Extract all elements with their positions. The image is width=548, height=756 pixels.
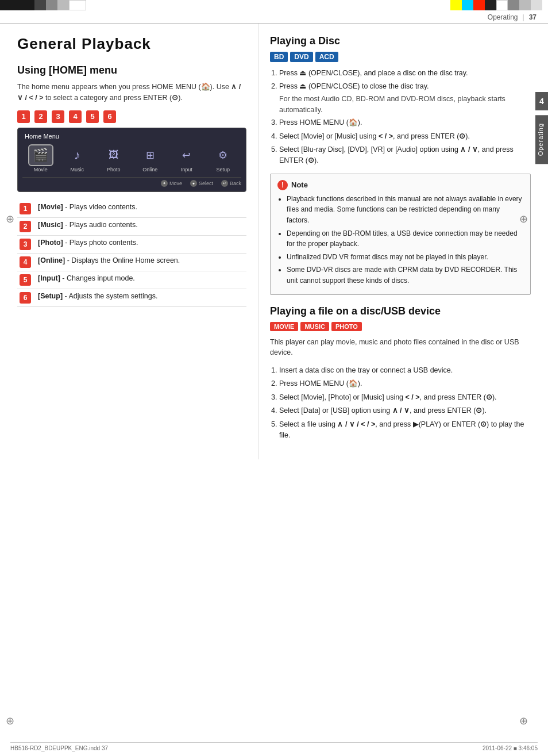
white-sq: [496, 0, 508, 10]
color-squares: [450, 0, 542, 10]
file-step-5: Select a file using ∧ / ∨ / < / >, and p…: [279, 419, 531, 442]
select-hint: ● Select: [190, 180, 213, 187]
playing-file-steps: Insert a data disc on the tray or connec…: [270, 365, 531, 441]
note-box: ! Note Playback functions described in t…: [270, 174, 531, 295]
yellow-sq: [450, 0, 462, 10]
spacer: [86, 0, 450, 10]
compass-bottom-right: ⊕: [519, 715, 528, 727]
badge-2: 2: [34, 110, 47, 123]
feature-text-1: [Movie] - Plays video contents.: [36, 200, 246, 218]
badge-bd: BD: [270, 52, 288, 62]
setup-icon-box: ⚙: [211, 145, 234, 165]
step-1: Press ⏏ (OPEN/CLOSE), and place a disc o…: [279, 68, 531, 79]
note-icon: !: [277, 180, 288, 190]
badge-acd: ACD: [315, 52, 338, 62]
badge-4: 4: [69, 110, 82, 123]
photo-icon-box: 🖼: [102, 145, 125, 165]
feature-text-3: [Photo] - Plays photo contents.: [36, 235, 246, 253]
footer-right: 2011-06-22 ■ 3:46:05: [483, 745, 538, 751]
features-table: 1 [Movie] - Plays video contents. 2 [Mus…: [17, 200, 246, 307]
black-sq: [485, 0, 496, 10]
online-icon-box: ⊞: [138, 145, 161, 165]
note-item-4: Some DVD-VR discs are made with CPRM dat…: [287, 264, 523, 286]
move-hint: ✦ Move: [161, 180, 182, 187]
light-gray-block: [57, 0, 69, 10]
back-hint: ↩ Back: [221, 180, 241, 187]
photo-label: Photo: [107, 167, 121, 172]
playing-disc-steps: Press ⏏ (OPEN/CLOSE), and place a disc o…: [270, 68, 531, 167]
lgray-sq: [519, 0, 531, 10]
step-4: Select [Movie] or [Music] using < / >, a…: [279, 131, 531, 142]
right-column: Playing a Disc BD DVD ACD Press ⏏ (OPEN/…: [258, 24, 537, 459]
movie-label: Movie: [34, 167, 48, 172]
intro-text: The home menu appears when you press HOM…: [17, 81, 246, 103]
menu-bottom-bar: ✦ Move ● Select ↩ Back: [22, 177, 241, 187]
playing-disc-title: Playing a Disc: [270, 35, 531, 47]
note-label: Note: [291, 181, 308, 189]
note-title: ! Note: [277, 180, 523, 190]
menu-icon-photo: 🖼 Photo: [102, 145, 125, 172]
step-2-sub: For the most Audio CD, BD-ROM and DVD-RO…: [270, 94, 531, 116]
online-label: Online: [142, 167, 157, 172]
subtitle-home-menu: Using [HOME] menu: [17, 64, 246, 76]
left-column: General Playback Using [HOME] menu The h…: [11, 24, 258, 459]
menu-icon-setup: ⚙ Setup: [211, 145, 234, 172]
feature-badge-5: 5: [20, 274, 31, 286]
input-label: Input: [181, 167, 192, 172]
compass-left: ⊕: [6, 213, 14, 225]
chapter-label: Operating: [535, 115, 548, 164]
page-footer: HB516-RD2_BDEUPPK_ENG.indd 37 2011-06-22…: [10, 742, 538, 751]
badge-6: 6: [103, 110, 116, 123]
feature-row-5: 5 [Input] - Changes input mode.: [17, 271, 246, 289]
feature-badge-1: 1: [20, 203, 31, 214]
menu-mockup-title: Home Menu: [22, 133, 241, 140]
vlgray-sq: [531, 0, 542, 10]
cyan-sq: [462, 0, 473, 10]
black-block: [0, 0, 34, 10]
badge-movie: MOVIE: [270, 322, 298, 331]
main-content: General Playback Using [HOME] menu The h…: [0, 24, 548, 459]
feature-text-4: [Online] - Displays the Online Home scre…: [36, 253, 246, 271]
feature-row-6: 6 [Setup] - Adjusts the system settings.: [17, 289, 246, 306]
file-step-3: Select [Movie], [Photo] or [Music] using…: [279, 392, 531, 403]
badge-photo: PHOTO: [331, 322, 362, 331]
disc-badges: BD DVD ACD: [270, 52, 531, 62]
badge-1: 1: [17, 110, 30, 123]
feature-row-1: 1 [Movie] - Plays video contents.: [17, 200, 246, 218]
music-label: Music: [70, 167, 84, 172]
note-item-2: Depending on the BD-ROM titles, a USB de…: [287, 228, 523, 250]
section-label: Operating: [488, 13, 518, 21]
feature-badge-6: 6: [20, 292, 31, 304]
back-icon: ↩: [221, 180, 228, 187]
menu-icon-online: ⊞ Online: [138, 145, 161, 172]
input-icon-box: ↩: [175, 145, 198, 165]
red-sq: [473, 0, 485, 10]
menu-icon-music: ♪ Music: [65, 145, 88, 172]
menu-icon-movie: 🎬 Movie: [29, 145, 52, 172]
setup-label: Setup: [216, 167, 230, 172]
mid-gray-block: [46, 0, 57, 10]
num-badges-row: 1 2 3 4 5 6: [17, 110, 246, 123]
page-number: 37: [529, 13, 537, 21]
feature-text-2: [Music] - Plays audio contents.: [36, 217, 246, 235]
feature-row-3: 3 [Photo] - Plays photo contents.: [17, 235, 246, 253]
feature-row-2: 2 [Music] - Plays audio contents.: [17, 217, 246, 235]
main-title: General Playback: [17, 35, 246, 53]
file-intro: This player can play movie, music and ph…: [270, 337, 531, 359]
note-item-3: Unfinalized DVD VR format discs may not …: [287, 252, 523, 263]
playing-file-title: Playing a file on a disc/USB device: [270, 305, 531, 317]
chapter-number: 4: [535, 92, 548, 110]
gray-sq: [508, 0, 519, 10]
file-step-2: Press HOME MENU (🏠).: [279, 378, 531, 389]
feature-badge-4: 4: [20, 256, 31, 268]
feature-text-6: [Setup] - Adjusts the system settings.: [36, 289, 246, 306]
badge-dvd: DVD: [290, 52, 312, 62]
feature-text-5: [Input] - Changes input mode.: [36, 271, 246, 289]
badge-5: 5: [86, 110, 99, 123]
select-icon: ●: [190, 180, 197, 187]
file-step-1: Insert a data disc on the tray or connec…: [279, 365, 531, 376]
home-menu-mockup: Home Menu 🎬 Movie ♪ Music 🖼 Photo ⊞ Onli…: [17, 128, 246, 192]
badge-music: MUSIC: [300, 322, 329, 331]
step-2: Press ⏏ (OPEN/CLOSE) to close the disc t…: [279, 81, 531, 115]
page-spacer: |: [523, 13, 524, 21]
